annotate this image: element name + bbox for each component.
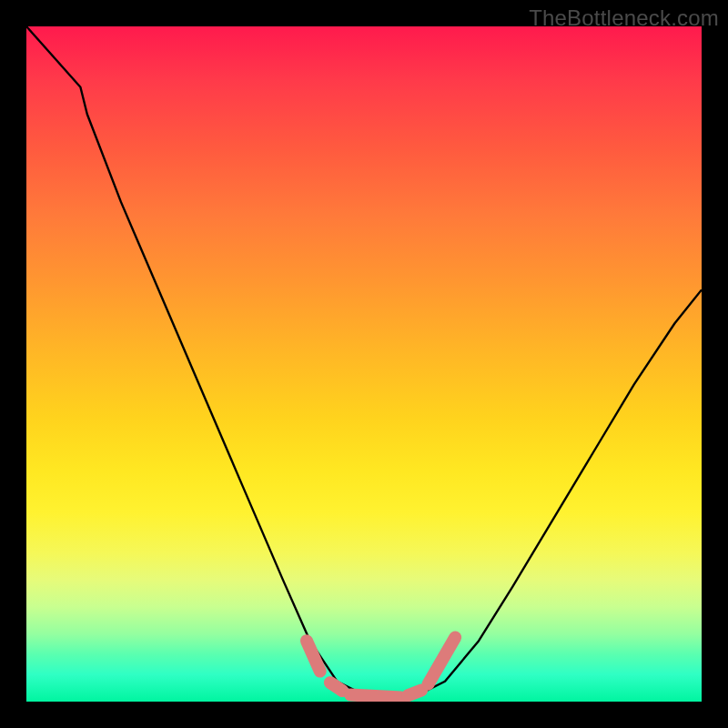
trough-marker bbox=[307, 641, 320, 671]
trough-marker bbox=[350, 695, 401, 698]
chart-frame: TheBottleneck.com bbox=[0, 0, 728, 728]
trough-marker bbox=[408, 690, 421, 695]
watermark-text: TheBottleneck.com bbox=[529, 5, 719, 31]
plot-area bbox=[26, 26, 702, 702]
trough-marker bbox=[429, 638, 456, 684]
bottleneck-curve bbox=[26, 26, 702, 698]
trough-marker bbox=[330, 682, 342, 691]
chart-svg bbox=[26, 26, 702, 702]
